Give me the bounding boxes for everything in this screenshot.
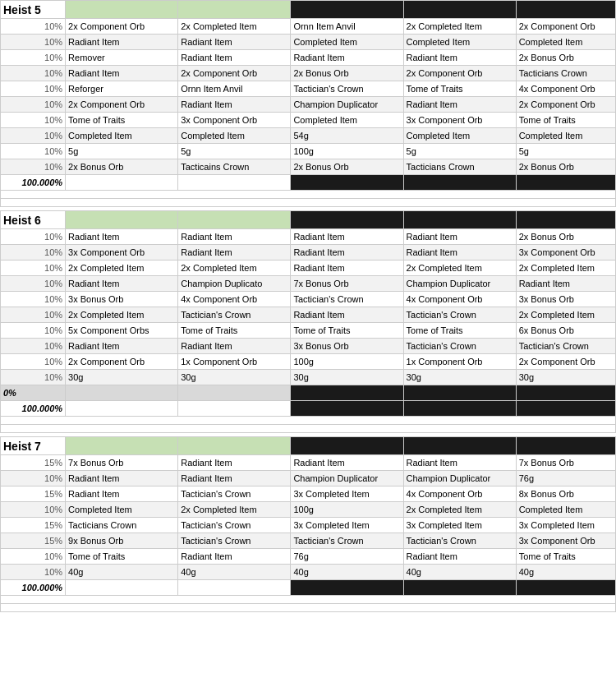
cell-1: Radiant Item — [66, 229, 178, 245]
pct-cell: 10% — [1, 66, 66, 81]
cell-3: Champion Duplicator — [291, 97, 403, 113]
total-c1 — [66, 175, 178, 191]
cell-1: Tome of Traits — [66, 113, 178, 128]
cell-2: Ornn Item Anvil — [178, 81, 291, 97]
col-header-5 — [516, 211, 615, 229]
cell-5: Tactician's Crown — [516, 339, 615, 354]
pct-cell: 10% — [1, 159, 66, 175]
table-row: 10%2x Component Orb1x Component Orb100g1… — [1, 354, 616, 370]
col-header-1 — [66, 1, 178, 19]
zero-c4 — [403, 385, 516, 401]
pct-cell: 10% — [1, 339, 66, 354]
cell-5: 76g — [516, 471, 615, 486]
table-row: 15%Tacticians CrownTactician's Crown3x C… — [1, 518, 616, 533]
cell-3: Completed Item — [291, 113, 403, 128]
cell-1: 40g — [66, 565, 178, 580]
cell-1: 2x Component Orb — [66, 97, 178, 113]
cell-4: Tome of Traits — [403, 81, 516, 97]
cell-1: 2x Bonus Orb — [66, 159, 178, 175]
cell-1: Radiant Item — [66, 339, 178, 354]
col-header-3 — [291, 1, 403, 19]
cell-5: 2x Component Orb — [516, 354, 615, 370]
pct-cell: 10% — [1, 502, 66, 518]
spacer-row-2 — [1, 604, 616, 612]
pct-cell: 10% — [1, 549, 66, 565]
cell-4: Tacticians Crown — [403, 159, 516, 175]
table-row: 10%Tome of TraitsRadiant Item76gRadiant … — [1, 549, 616, 565]
pct-cell: 10% — [1, 128, 66, 144]
spacer-row-2 — [1, 425, 616, 433]
cell-1: 2x Component Orb — [66, 19, 178, 35]
cell-1: 30g — [66, 370, 178, 385]
table-row: 10%Radiant ItemRadiant Item3x Bonus OrbT… — [1, 339, 616, 354]
cell-4: Radiant Item — [403, 97, 516, 113]
cell-2: Radiant Item — [178, 245, 291, 261]
cell-1: 7x Bonus Orb — [66, 455, 178, 471]
cell-5: 5g — [516, 144, 615, 159]
cell-5: 2x Bonus Orb — [516, 159, 615, 175]
cell-5: 2x Bonus Orb — [516, 229, 615, 245]
table-row: 15%7x Bonus OrbRadiant ItemRadiant ItemR… — [1, 455, 616, 471]
cell-2: 30g — [178, 370, 291, 385]
table-row: 10%2x Completed ItemTactician's CrownRad… — [1, 307, 616, 323]
cell-4: Champion Duplicator — [403, 471, 516, 486]
cell-5: 30g — [516, 370, 615, 385]
cell-3: Tome of Traits — [291, 323, 403, 339]
cell-4: 2x Completed Item — [403, 502, 516, 518]
total-row: 100.000% — [1, 580, 616, 596]
cell-4: 2x Component Orb — [403, 66, 516, 81]
pct-cell: 10% — [1, 229, 66, 245]
cell-3: Ornn Item Anvil — [291, 19, 403, 35]
cell-3: Radiant Item — [291, 245, 403, 261]
total-c2 — [178, 580, 291, 596]
cell-5: 3x Bonus Orb — [516, 292, 615, 307]
cell-2: Tome of Traits — [178, 323, 291, 339]
table-row: 10%3x Bonus Orb4x Component OrbTactician… — [1, 292, 616, 307]
cell-1: 2x Completed Item — [66, 307, 178, 323]
cell-3: Champion Duplicator — [291, 471, 403, 486]
cell-4: Tactician's Crown — [403, 307, 516, 323]
col-header-5 — [516, 437, 615, 455]
cell-4: Radiant Item — [403, 245, 516, 261]
table-row: 10%2x Bonus OrbTacticains Crown2x Bonus … — [1, 159, 616, 175]
cell-2: Radiant Item — [178, 97, 291, 113]
pct-cell: 10% — [1, 113, 66, 128]
col-header-4 — [403, 437, 516, 455]
pct-cell: 10% — [1, 323, 66, 339]
table-row: 15%Radiant ItemTactician's Crown3x Compl… — [1, 486, 616, 502]
cell-3: Completed Item — [291, 35, 403, 50]
cell-3: 2x Bonus Orb — [291, 66, 403, 81]
table-row: 10%40g40g40g40g40g — [1, 565, 616, 580]
zero-c3 — [291, 385, 403, 401]
total-c5 — [516, 175, 615, 191]
cell-4: 30g — [403, 370, 516, 385]
table-row: 10%Radiant ItemChampion Duplicato7x Bonu… — [1, 276, 616, 292]
cell-3: 2x Bonus Orb — [291, 159, 403, 175]
cell-2: 2x Component Orb — [178, 66, 291, 81]
cell-1: 5g — [66, 144, 178, 159]
pct-cell: 10% — [1, 245, 66, 261]
pct-cell: 15% — [1, 455, 66, 471]
spacer-row — [1, 417, 616, 425]
zero-pct: 0% — [1, 385, 66, 401]
cell-2: 2x Completed Item — [178, 502, 291, 518]
cell-4: 2x Completed Item — [403, 19, 516, 35]
cell-1: Completed Item — [66, 128, 178, 144]
pct-cell: 15% — [1, 533, 66, 549]
section-header: Heist 5 — [1, 1, 616, 19]
cell-5: Completed Item — [516, 128, 615, 144]
cell-1: Completed Item — [66, 502, 178, 518]
pct-cell: 10% — [1, 144, 66, 159]
pct-cell: 10% — [1, 81, 66, 97]
table-row: 10%Radiant ItemRadiant ItemCompleted Ite… — [1, 35, 616, 50]
cell-5: Tacticians Crown — [516, 66, 615, 81]
cell-3: 76g — [291, 549, 403, 565]
cell-1: Tacticians Crown — [66, 518, 178, 533]
cell-4: 40g — [403, 565, 516, 580]
total-pct: 100.000% — [1, 175, 66, 191]
cell-2: Tactician's Crown — [178, 307, 291, 323]
col-header-3 — [291, 437, 403, 455]
table-row: 10%5x Component OrbsTome of TraitsTome o… — [1, 323, 616, 339]
col-header-4 — [403, 211, 516, 229]
table-row: 10%Radiant ItemRadiant ItemRadiant ItemR… — [1, 229, 616, 245]
